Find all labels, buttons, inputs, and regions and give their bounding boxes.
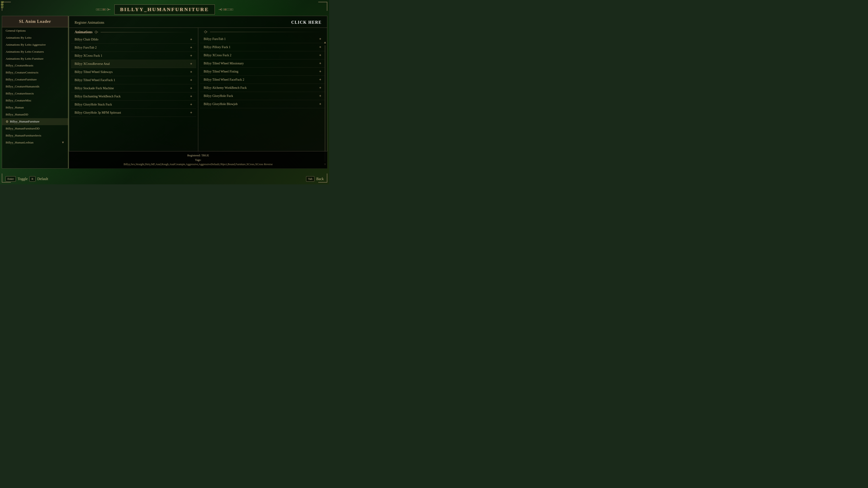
tab-key: Tab xyxy=(306,176,314,182)
sidebar-item-human-furniture[interactable]: ⚙ Billyy_HumanFurniture xyxy=(2,118,68,125)
scroll-up-button[interactable]: ▲ xyxy=(323,41,327,44)
default-label: Default xyxy=(37,177,48,181)
sidebar-item-creature-beasts[interactable]: Billyy_CreatureBeasts xyxy=(2,62,68,69)
animations-section: Animations Billyy Chair Dildo ✦ Billyy F… xyxy=(69,28,327,165)
sidebar-item-human[interactable]: Billyy_Human xyxy=(2,104,68,111)
anim-row[interactable]: Billyy Tilted Wheel FaceFuck 2 ✦ xyxy=(200,76,325,84)
title-bar: BILLYY_HUMANFURNITURE xyxy=(96,4,233,14)
sidebar-item-human-furniture-label: Billyy_HumanFurniture xyxy=(10,120,39,124)
anim-icon: ✦ xyxy=(319,53,322,57)
anim-icon: ✦ xyxy=(190,45,193,50)
content-header: Register Animations CLICK HERE xyxy=(69,16,327,28)
anim-row[interactable]: Billyy Stockade Fuck Machine ✦ xyxy=(71,84,196,92)
sidebar-item-animations-leito-furniture[interactable]: Animations By Leito Furniture xyxy=(2,55,68,62)
anim-icon: ✦ xyxy=(319,94,322,98)
anim-icon: ✦ xyxy=(190,94,193,98)
back-label: Back xyxy=(316,177,324,181)
nav-back-group: Tab Back xyxy=(306,176,324,182)
title-ornament-left xyxy=(96,6,112,13)
right-col-header xyxy=(200,28,325,35)
anim-row[interactable]: Billyy Enchanting WorkBench Fuck ✦ xyxy=(71,92,196,101)
hud-display: 60 68 22 xyxy=(1,1,4,8)
anim-icon: ✦ xyxy=(190,78,193,82)
svg-point-5 xyxy=(224,8,226,10)
toggle-label: Toggle xyxy=(18,177,28,181)
sidebar-item-creature-furniture[interactable]: Billyy_CreatureFurniture xyxy=(2,76,68,83)
svg-point-1 xyxy=(97,9,99,10)
anim-row[interactable]: Billyy Pillory Fuck 1 ✦ xyxy=(200,43,325,51)
anim-row[interactable]: Billyy FuroTub 1 ✦ xyxy=(200,35,325,43)
anim-icon: ✦ xyxy=(190,86,193,90)
sidebar-item-human-dd[interactable]: Billyy_HumanDD xyxy=(2,111,68,118)
anim-icon: ✦ xyxy=(190,102,193,107)
scroll-track xyxy=(324,45,326,162)
animations-left-col: Animations Billyy Chair Dildo ✦ Billyy F… xyxy=(69,28,198,165)
anim-row[interactable]: Billyy XCrossReverse Anal ✦ xyxy=(71,60,196,68)
animations-header-label: Animations xyxy=(74,30,92,34)
sidebar-item-animations-leito-creatures[interactable]: Animations By Leito Creatures xyxy=(2,48,68,55)
anim-row[interactable]: Billyy GloryHole Blowjob ✦ xyxy=(200,100,325,108)
anim-icon: ✦ xyxy=(319,61,322,66)
anim-icon: ✦ xyxy=(319,86,322,90)
sidebar-item-creature-insects[interactable]: Billyy_CreatureInsects xyxy=(2,90,68,97)
anim-icon: ✦ xyxy=(319,69,322,74)
svg-point-2 xyxy=(103,8,105,10)
hud-line2: 68 xyxy=(1,3,4,6)
header-ornament-icon xyxy=(94,30,99,34)
anim-icon: ✦ xyxy=(190,62,193,66)
anim-row[interactable]: Billyy GloryHole Stuck Fuck ✦ xyxy=(71,101,196,109)
window-title: BILLYY_HUMANFURNITURE xyxy=(114,4,215,14)
right-header-ornament-icon xyxy=(204,30,208,34)
scrollbar: ▲ ▼ xyxy=(323,41,327,166)
sidebar-item-creature-humanoids[interactable]: Billyy_CreatureHumanoids xyxy=(2,83,68,90)
sidebar-item-human-furniture-dd[interactable]: Billyy_HumanFurnitureDD xyxy=(2,125,68,132)
corner-tr xyxy=(318,2,327,11)
anim-row[interactable]: Billyy Tilted Wheel FaceFuck 1 ✦ xyxy=(71,76,196,84)
anim-row[interactable]: Billyy Tilted Wheel Sideways ✦ xyxy=(71,68,196,76)
enter-key: Enter xyxy=(5,176,16,182)
anim-row[interactable]: Billyy XCross Fuck 1 ✦ xyxy=(71,52,196,60)
active-icon: ⚙ xyxy=(6,120,8,124)
anim-row[interactable]: Billyy Tilted Wheel Fisting ✦ xyxy=(200,68,325,76)
hud-line3: 22 xyxy=(1,6,4,8)
sidebar-item-general-options[interactable]: General Options xyxy=(2,27,68,34)
anim-icon: ✦ xyxy=(190,37,193,41)
click-here-button[interactable]: CLICK HERE xyxy=(291,20,322,25)
tags-content: Billyy,Sex,Straight,Dirty,MF,Anal,Rough,… xyxy=(74,162,322,166)
sidebar-item-human-furniture-invis[interactable]: Billyy_HumanFurnitureInvis xyxy=(2,132,68,139)
sidebar-item-animations-leito[interactable]: Animations By Leito xyxy=(2,34,68,41)
main-content: Register Animations CLICK HERE Animation… xyxy=(69,16,327,168)
sidebar-item-creature-constructs[interactable]: Billyy_CreatureConstructs xyxy=(2,69,68,76)
anim-row[interactable]: Billyy XCross Fuck 2 ✦ xyxy=(200,51,325,59)
hud-fps: 60 xyxy=(1,1,4,3)
animations-right-col: Billyy FuroTub 1 ✦ Billyy Pillory Fuck 1… xyxy=(198,28,327,165)
main-container: 60 68 22 BILLYY_HUMANFURNITURE SL Anim L… xyxy=(0,0,329,184)
svg-point-4 xyxy=(230,9,232,10)
sidebar-item-animations-leito-aggressive[interactable]: Animations By Leito Aggressive xyxy=(2,41,68,48)
registered-status: Registered: TRUE xyxy=(74,154,322,157)
anim-icon: ✦ xyxy=(319,77,322,82)
sidebar-item-creature-misc[interactable]: Billyy_CreatureMisc xyxy=(2,97,68,104)
anim-row[interactable]: Billyy GloryHole 3p MFM Spitroast ✦ xyxy=(71,109,196,117)
anim-icon: ✦ xyxy=(319,37,322,41)
bottom-info-bar: Registered: TRUE Tags: Billyy,Sex,Straig… xyxy=(69,151,327,168)
sidebar-title: SL Anim Loader xyxy=(2,16,68,27)
r-key: R xyxy=(29,176,35,182)
anim-icon: ✦ xyxy=(190,70,193,74)
animations-col-header: Animations xyxy=(71,28,196,35)
anim-row[interactable]: Billyy Alchemy WorkBench Fuck ✦ xyxy=(200,84,325,92)
anim-row[interactable]: Billyy FuroTub 2 ✦ xyxy=(71,43,196,52)
col-header-line xyxy=(101,32,193,32)
sidebar: SL Anim Loader General Options Animation… xyxy=(2,16,68,168)
register-label: Register Animations xyxy=(74,21,104,25)
anim-row[interactable]: Billyy Chair Dildo ✦ xyxy=(71,35,196,43)
tags-label: Tags: xyxy=(74,158,322,162)
bottom-nav: Enter Toggle R Default Tab Back xyxy=(2,176,327,182)
title-ornament-right xyxy=(217,6,233,13)
anim-row[interactable]: Billyy GloryHole Fuck ✦ xyxy=(200,92,325,100)
anim-icon: ✦ xyxy=(319,45,322,49)
anim-row[interactable]: Billyy Tilted Wheel Missionary ✦ xyxy=(200,59,325,68)
anim-icon: ✦ xyxy=(319,102,322,106)
nav-toggle-group: Enter Toggle R Default xyxy=(5,176,48,182)
sidebar-item-human-lesbian[interactable]: Billyy_HumanLesbian ▼ xyxy=(2,139,68,146)
